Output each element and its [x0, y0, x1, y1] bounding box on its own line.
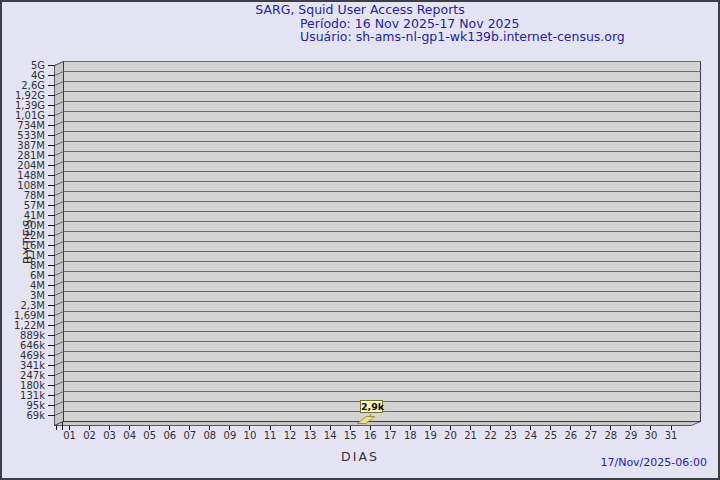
x-tick-label: 25	[544, 430, 557, 441]
x-tick-label: 16	[364, 430, 377, 441]
x-tick-label: 30	[645, 430, 658, 441]
x-tick-label: 02	[83, 430, 96, 441]
y-axis-title: BYTES	[20, 218, 35, 265]
x-tick-label: 03	[103, 430, 116, 441]
x-tick-label: 06	[163, 430, 176, 441]
x-tick-label: 04	[123, 430, 136, 441]
generation-timestamp: 17/Nov/2025-06:00	[600, 456, 707, 469]
x-tick-label: 23	[504, 430, 517, 441]
x-tick-label: 31	[665, 430, 678, 441]
x-tick-label: 09	[224, 430, 237, 441]
x-tick-label: 15	[344, 430, 357, 441]
x-tick-label: 19	[424, 430, 437, 441]
x-tick-label: 12	[284, 430, 297, 441]
x-tick-label: 07	[183, 430, 196, 441]
x-tick-label: 05	[143, 430, 156, 441]
bar-value-callout: 2,9k	[360, 400, 383, 413]
x-tick-label: 26	[564, 430, 577, 441]
x-tick-label: 21	[464, 430, 477, 441]
x-tick-label: 20	[444, 430, 457, 441]
x-tick-label: 14	[324, 430, 337, 441]
x-tick-label: 22	[484, 430, 497, 441]
x-tick-label: 24	[524, 430, 537, 441]
sarg-report-window: SARG, Squid User Access Reports Período:…	[0, 0, 720, 480]
x-tick-label: 11	[264, 430, 277, 441]
chart-floor	[55, 422, 701, 426]
x-tick-label: 27	[584, 430, 597, 441]
x-tick-label: 08	[203, 430, 216, 441]
x-tick-label: 29	[625, 430, 638, 441]
y-tick-label: 69k	[26, 410, 45, 421]
x-tick-label: 18	[404, 430, 417, 441]
bar-value-label: 2,9k	[361, 401, 384, 412]
x-tick-label: 01	[63, 430, 76, 441]
x-tick-label: 17	[384, 430, 397, 441]
x-tick-label: 28	[604, 430, 617, 441]
x-tick-label: 10	[244, 430, 257, 441]
x-tick-label: 13	[304, 430, 317, 441]
